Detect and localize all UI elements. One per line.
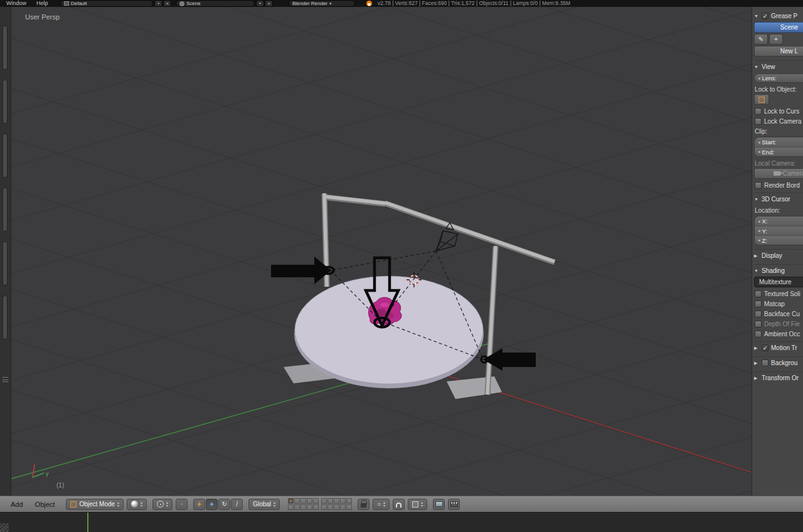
scale-manipulator-toggle[interactable]: /: [231, 499, 243, 510]
menu-object[interactable]: Object: [31, 501, 60, 508]
opengl-render-anim-button[interactable]: [448, 499, 460, 510]
region-handle[interactable]: [3, 242, 8, 285]
gp-draw-button[interactable]: ✎: [754, 34, 768, 45]
scene-add-button[interactable]: +: [256, 0, 264, 7]
translate-manipulator-toggle[interactable]: +: [206, 499, 218, 510]
decrement-icon[interactable]: ◂: [758, 228, 760, 233]
layer-toggle[interactable]: [334, 504, 339, 510]
decrement-icon[interactable]: ◂: [758, 219, 760, 224]
layer-toggle[interactable]: [346, 504, 352, 510]
scene-selector[interactable]: Scene: [176, 0, 255, 7]
clip-end-field[interactable]: ◂ End:: [755, 147, 803, 156]
layer-toggle[interactable]: [321, 504, 327, 510]
depth-of-field-checkbox[interactable]: [755, 321, 762, 327]
background-images-checkbox[interactable]: [762, 359, 768, 366]
expand-icon[interactable]: ▼: [754, 65, 759, 69]
layer-toggle[interactable]: [300, 498, 306, 504]
gp-source-scene-button[interactable]: Scene: [754, 22, 803, 33]
rotate-manipulator-toggle[interactable]: ↻: [218, 499, 230, 510]
layer-toggle[interactable]: [340, 504, 346, 510]
lock-to-cursor-row[interactable]: Lock to Curs: [755, 108, 803, 115]
gp-add-layer-button[interactable]: +: [769, 34, 783, 45]
layer-toggle[interactable]: [321, 498, 327, 504]
viewport-shading-selector[interactable]: ▴ ▾: [127, 499, 147, 510]
turntable-disc[interactable]: [295, 276, 483, 384]
panel-shading[interactable]: ▼ Shading: [754, 264, 803, 275]
backface-culling-row[interactable]: Backface Cu: [755, 311, 803, 317]
opengl-render-button[interactable]: [433, 499, 445, 510]
lens-field[interactable]: ◂ Lens:: [754, 73, 803, 83]
region-handle[interactable]: [3, 80, 8, 124]
pivot-point-selector[interactable]: ▴ ▾: [152, 499, 173, 510]
layer-toggle[interactable]: [294, 498, 300, 504]
render-border-checkbox[interactable]: [755, 182, 762, 189]
menu-help[interactable]: Help: [36, 0, 48, 7]
transform-orientation-selector[interactable]: Global ▴ ▾: [248, 499, 280, 510]
collapse-icon[interactable]: ▶: [754, 253, 759, 258]
region-handle[interactable]: [3, 295, 8, 339]
lock-to-scene-toggle[interactable]: [358, 499, 370, 510]
layout-add-button[interactable]: +: [154, 0, 162, 7]
lock-camera-checkbox[interactable]: [755, 118, 762, 125]
layer-toggle[interactable]: [327, 498, 333, 504]
menu-window[interactable]: Window: [6, 0, 26, 7]
layer-toggle[interactable]: [313, 498, 319, 504]
cursor-z-field[interactable]: ◂ Z:: [755, 235, 803, 245]
decrement-icon[interactable]: ◂: [758, 76, 760, 81]
lock-camera-row[interactable]: Lock Camera: [755, 118, 803, 125]
render-border-row[interactable]: Render Bord: [755, 182, 803, 189]
ambient-occlusion-checkbox[interactable]: [755, 331, 762, 338]
depth-of-field-row[interactable]: Depth Of Fie: [755, 321, 803, 327]
backface-culling-checkbox[interactable]: [755, 311, 762, 317]
ambient-occlusion-row[interactable]: Ambient Occ: [755, 331, 803, 338]
render-engine-selector[interactable]: Blender Render ▾: [289, 0, 355, 7]
textured-solid-row[interactable]: Textured Soli: [755, 290, 803, 297]
layer-toggle[interactable]: [300, 504, 306, 510]
matcap-checkbox[interactable]: [755, 301, 762, 307]
lock-object-picker[interactable]: [754, 94, 769, 105]
collapse-icon[interactable]: ▶: [754, 361, 759, 366]
snap-toggle[interactable]: [393, 499, 405, 510]
cursor-y-field[interactable]: ◂ Y:: [755, 226, 803, 235]
decrement-icon[interactable]: ◂: [758, 149, 760, 154]
collapse-icon[interactable]: ▶: [754, 376, 759, 381]
pivot-align-toggle[interactable]: ·: [176, 499, 188, 510]
manipulator-toggle[interactable]: +: [193, 499, 205, 510]
panel-display[interactable]: ▶ Display: [754, 249, 803, 260]
region-handle[interactable]: [3, 134, 8, 178]
toolshelf-grip[interactable]: [3, 377, 8, 382]
motion-tracking-checkbox[interactable]: ✓: [762, 344, 768, 351]
clip-start-field[interactable]: ◂ Start:: [755, 137, 803, 147]
3d-viewport[interactable]: y User Persp (1): [11, 7, 752, 496]
shading-mode-dropdown[interactable]: Multitexture: [754, 277, 803, 287]
expand-icon[interactable]: ▼: [754, 197, 759, 201]
region-handle[interactable]: [3, 26, 8, 70]
region-handle[interactable]: [3, 188, 8, 231]
layer-toggle[interactable]: [346, 498, 352, 504]
layer-toggle[interactable]: [307, 504, 312, 510]
layer-toggle[interactable]: [294, 504, 300, 510]
panel-grease-pencil[interactable]: ▼ ✓ Grease P: [754, 9, 803, 21]
panel-transform-orientations[interactable]: ▶ Transform Or: [754, 371, 803, 383]
timeline-editor[interactable]: [0, 512, 803, 532]
panel-3d-cursor[interactable]: ▼ 3D Cursor: [754, 193, 803, 204]
textured-solid-checkbox[interactable]: [755, 290, 762, 297]
panel-motion-tracking[interactable]: ▶ ✓ Motion Tr: [754, 341, 803, 353]
menu-add[interactable]: Add: [6, 501, 28, 508]
layer-toggle[interactable]: [288, 498, 294, 504]
timeline-playhead[interactable]: [87, 513, 88, 532]
layer-toggle[interactable]: [327, 504, 333, 510]
gp-new-layer-button[interactable]: New L: [754, 46, 803, 56]
panel-view[interactable]: ▼ View: [754, 60, 803, 72]
expand-icon[interactable]: ▼: [754, 269, 759, 273]
layer-toggle[interactable]: [334, 498, 339, 504]
screen-layout-selector[interactable]: Default: [60, 0, 153, 7]
expand-icon[interactable]: ▼: [754, 14, 759, 18]
decrement-icon[interactable]: ◂: [758, 140, 760, 145]
decrement-icon[interactable]: ◂: [758, 238, 760, 243]
matcap-row[interactable]: Matcap: [755, 301, 803, 307]
cursor-x-field[interactable]: ◂ X:: [755, 216, 803, 226]
layer-toggle[interactable]: [307, 498, 312, 504]
lock-to-cursor-checkbox[interactable]: [755, 108, 762, 115]
corner-resize-grip[interactable]: [0, 523, 9, 532]
